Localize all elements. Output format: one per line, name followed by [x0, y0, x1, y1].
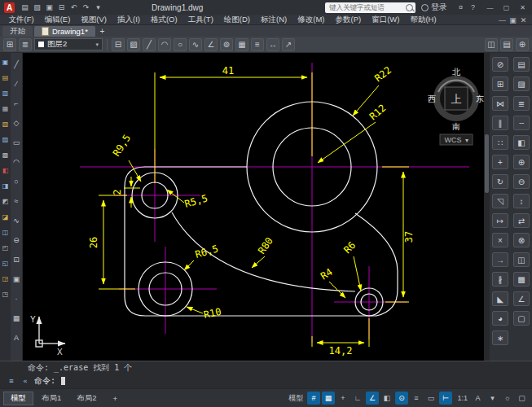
redo-icon[interactable]: ↷: [81, 2, 91, 13]
menu-item[interactable]: 格式(O): [145, 15, 182, 24]
render-icon[interactable]: ▩: [513, 272, 530, 287]
grid-panel-icon[interactable]: ▦: [1, 104, 10, 113]
sheet-set-icon[interactable]: ▧: [127, 38, 140, 51]
zoom-in-icon[interactable]: ⊕: [516, 38, 529, 51]
menu-item[interactable]: 绘图(D): [218, 15, 255, 24]
mirror-tool-icon[interactable]: ⋈: [492, 96, 508, 111]
menu-item[interactable]: 帮助(H): [405, 15, 442, 24]
new-drawing-button[interactable]: +: [97, 26, 108, 37]
array-tool-icon[interactable]: ∷: [492, 135, 508, 150]
quick-access-caret-icon[interactable]: ▾: [93, 2, 103, 13]
sign-in-button[interactable]: 登录: [421, 2, 447, 13]
layer-manager-icon[interactable]: ≣: [513, 96, 530, 111]
view-compass[interactable]: 上 北 南 西 东: [428, 68, 484, 131]
menu-item[interactable]: 插入(I): [112, 15, 145, 24]
search-input[interactable]: [328, 2, 404, 12]
center-mark-icon[interactable]: ⊚: [220, 38, 233, 51]
arc-tool-icon[interactable]: ◠: [11, 156, 22, 167]
new-layout-button[interactable]: +: [106, 392, 125, 405]
linetype-icon[interactable]: ╌: [513, 116, 530, 130]
match-properties-icon[interactable]: ▨: [513, 77, 530, 91]
scrollbar-thumb[interactable]: [485, 134, 489, 193]
break-tool-icon[interactable]: ∦: [492, 272, 508, 287]
color-icon[interactable]: ◧: [513, 135, 530, 150]
spline-tool-icon[interactable]: ∿: [11, 215, 22, 225]
save-panel-icon[interactable]: ▥: [1, 89, 10, 98]
clean-screen-toggle[interactable]: ▢: [516, 392, 529, 405]
viewport-icon[interactable]: ◫: [485, 38, 498, 51]
scale-tool-icon[interactable]: ◹: [492, 194, 508, 208]
drawing-viewport[interactable]: 41 26 2 37 14,2 R22 R12 R9,5 R5,5 R80 R6…: [23, 53, 484, 361]
view-panel-icon[interactable]: ◧: [1, 166, 10, 175]
print-icon[interactable]: ⊟: [112, 38, 125, 51]
drawing-canvas[interactable]: 41 26 2 37 14,2 R22 R12 R9,5 R5,5 R80 R6…: [23, 53, 484, 361]
rectangle-tool-icon[interactable]: ▭: [11, 137, 22, 147]
paste-icon[interactable]: ⊞: [3, 38, 16, 51]
infer-constraints-toggle[interactable]: +: [336, 392, 350, 405]
new-file-icon[interactable]: ▤: [20, 2, 30, 13]
isodraft-toggle[interactable]: ◧: [380, 392, 394, 405]
named-views-icon[interactable]: ⊗: [513, 233, 530, 247]
copy-tool-icon[interactable]: ⊞: [492, 77, 508, 91]
erase-tool-icon[interactable]: ⊘: [492, 57, 508, 72]
menu-item[interactable]: 工具(T): [182, 15, 218, 24]
rotate-tool-icon[interactable]: ↻: [492, 174, 508, 189]
dimension-icon[interactable]: ∠: [513, 291, 530, 306]
layout2-tab[interactable]: 布局2: [69, 392, 103, 405]
open-file-icon[interactable]: ▨: [32, 2, 42, 13]
hatch-tool-icon[interactable]: ▦: [11, 313, 22, 323]
menu-item[interactable]: 文件(F): [3, 15, 39, 24]
doc-restore-button[interactable]: ▣: [508, 15, 518, 25]
close-button[interactable]: ✕: [517, 2, 528, 13]
polyline-tool-icon[interactable]: ⌐: [11, 98, 22, 108]
leader-icon[interactable]: ↗: [282, 38, 295, 51]
model-tab[interactable]: 模型: [3, 392, 33, 405]
drawing-tab[interactable]: Drawing1*: [34, 26, 95, 37]
point-tool-icon[interactable]: ·: [11, 293, 22, 304]
dynamic-input-toggle[interactable]: ⊢: [439, 392, 452, 405]
ortho-toggle[interactable]: ∟: [351, 392, 364, 405]
menu-item[interactable]: 窗口(W): [367, 15, 405, 24]
layer-dropdown[interactable]: 图层2 ▾: [34, 38, 103, 50]
quadrant-panel-icon[interactable]: ◰: [1, 243, 10, 252]
pan-icon[interactable]: ⇄: [513, 213, 530, 228]
chamfer-tool-icon[interactable]: ◣: [492, 291, 508, 306]
layer-states-icon[interactable]: ▤: [500, 38, 513, 51]
polar-tracking-toggle[interactable]: ∠: [366, 392, 379, 405]
menu-item[interactable]: 标注(N): [256, 15, 292, 24]
trim-tool-icon[interactable]: ×: [492, 233, 508, 247]
command-window[interactable]: 命令: _.erase 找到 1 个 ≡ « 命令:: [0, 361, 532, 388]
properties-icon[interactable]: ≡: [251, 38, 264, 51]
area-panel-icon[interactable]: ◲: [1, 274, 10, 283]
measure-icon[interactable]: ↔: [266, 38, 279, 51]
app-logo[interactable]: A: [4, 2, 15, 13]
polygon-tool-icon[interactable]: ◇: [11, 117, 22, 128]
start-tab[interactable]: 开始: [2, 26, 33, 37]
sheet-panel-icon[interactable]: ▧: [1, 120, 10, 129]
ellipse-tool-icon[interactable]: ⊖: [11, 234, 22, 245]
make-block-tool-icon[interactable]: ▣: [11, 274, 22, 284]
layer-list-icon[interactable]: ≣: [19, 38, 32, 51]
help-icon[interactable]: ?: [468, 2, 478, 13]
scale-caret-icon[interactable]: ▾: [486, 392, 499, 405]
insert-block-tool-icon[interactable]: ⊡: [11, 254, 22, 265]
grid-toggle[interactable]: #: [307, 392, 320, 405]
menu-item[interactable]: 编辑(E): [39, 15, 76, 24]
line-icon[interactable]: ╱: [143, 38, 156, 51]
angle-icon[interactable]: ∠: [204, 38, 218, 51]
workspace-switch-icon[interactable]: ☼: [501, 392, 514, 405]
spline-icon[interactable]: ∿: [189, 38, 202, 51]
annotation-visibility-toggle[interactable]: A: [472, 392, 485, 405]
region-panel-icon[interactable]: ◱: [1, 259, 10, 268]
app-store-icon[interactable]: ¤: [455, 2, 466, 13]
arc-icon[interactable]: ◠: [158, 38, 171, 51]
maximize-button[interactable]: ▢: [501, 2, 512, 13]
undo-icon[interactable]: ↶: [68, 2, 79, 13]
object-snap-toggle[interactable]: ⊙: [395, 392, 408, 405]
hatch-panel-icon[interactable]: ▩: [1, 151, 10, 160]
extend-tool-icon[interactable]: →: [492, 252, 508, 267]
minimize-button[interactable]: —: [485, 2, 495, 13]
menu-item[interactable]: 视图(V): [76, 15, 112, 24]
model-space-toggle[interactable]: 模型: [285, 392, 306, 405]
revision-cloud-tool-icon[interactable]: ≈: [11, 195, 22, 206]
